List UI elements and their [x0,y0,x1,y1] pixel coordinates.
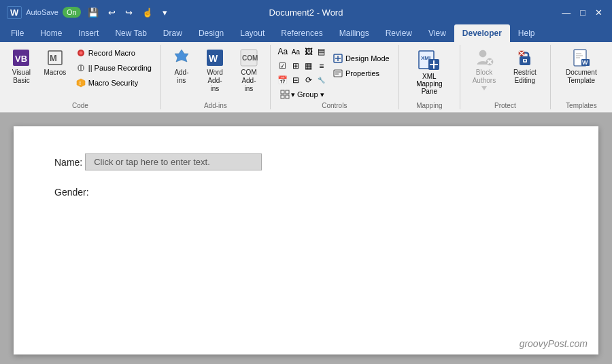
svg-rect-25 [286,95,289,98]
customize-button[interactable]: ▾ [160,7,170,18]
restrict-editing-label: Restrict Editing [510,69,540,85]
group-label: ▾ Group ▾ [291,90,324,99]
svg-text:VB: VB [15,54,27,64]
ctrl-date-btn[interactable]: 📅 [276,73,290,87]
tab-review[interactable]: Review [377,24,420,42]
add-ins-label: Add-ins [174,69,188,85]
svg-text:!: ! [79,80,81,86]
properties-label: Properties [345,69,379,77]
svg-marker-11 [175,50,188,62]
svg-point-5 [79,52,82,55]
ctrl-table-btn[interactable]: ⊞ [289,59,303,73]
document-template-icon: W [572,48,591,67]
document-page: Name: Click or tap here to enter text. G… [14,126,598,354]
ctrl-combo-btn[interactable]: ▦ [302,59,316,73]
group-icon [280,90,290,99]
block-authors-button[interactable]: Block Authors [466,45,503,94]
design-mode-label: Design Mode [345,54,390,62]
tab-design[interactable]: Design [190,24,232,42]
touch-button[interactable]: ☝ [139,7,156,18]
xml-mapping-label: XML Mapping Pane [409,73,449,95]
svg-text:M: M [50,53,57,63]
minimize-button[interactable]: — [559,7,573,18]
document-area: Name: Click or tap here to enter text. G… [0,113,612,364]
code-group-label: Code [5,101,155,109]
tab-insert[interactable]: Insert [70,24,107,42]
document-template-label: Document Template [561,69,602,85]
macros-button[interactable]: M Macros [40,45,70,80]
tab-draw[interactable]: Draw [155,24,190,42]
visual-basic-label: Visual Basic [10,69,33,85]
save-button[interactable]: 💾 [85,7,101,18]
tab-mailings[interactable]: Mailings [331,24,377,42]
controls-content: Aa Aa 🖼 ▤ ☑ ⊞ ▦ ≡ 📅 ⊟ ⟳ 🔧 [276,45,393,101]
word-add-ins-icon: W [205,48,224,67]
xml-mapping-pane-button[interactable]: XML XML Mapping Pane [405,45,454,98]
add-ins-button[interactable]: Add-ins [167,45,197,88]
tab-view[interactable]: View [420,24,454,42]
document-title: Document2 - Word [269,7,343,18]
restrict-editing-button[interactable]: Restrict Editing [505,45,545,88]
name-input-placeholder[interactable]: Click or tap here to enter text. [85,153,262,170]
window-controls: — □ ✕ [559,7,605,18]
svg-text:W: W [209,53,218,64]
properties-button[interactable]: Properties [330,67,393,80]
controls-right-btns: Design Mode Properties [330,52,393,80]
design-mode-button[interactable]: Design Mode [330,52,393,65]
tab-references[interactable]: References [273,24,330,42]
ctrl-check-btn[interactable]: ☑ [276,59,290,73]
word-logo: W [7,6,22,19]
macro-security-button[interactable]: ! Macro Security [73,76,155,90]
com-add-ins-button[interactable]: COM COM Add-ins [233,45,265,96]
tab-help[interactable]: Help [510,24,543,42]
maximize-button[interactable]: □ [577,7,588,18]
tab-new-tab[interactable]: New Tab [107,24,154,42]
visual-basic-icon: VB [12,48,31,67]
tab-home[interactable]: Home [32,24,70,42]
tab-file[interactable]: File [3,24,32,42]
tab-layout[interactable]: Layout [232,24,273,42]
undo-button[interactable]: ↩ [105,7,118,18]
block-authors-dropdown-icon [481,86,487,90]
record-macro-icon [76,48,86,58]
title-bar: W AutoSave On 💾 ↩ ↪ ☝ ▾ Document2 - Word… [0,0,612,24]
svg-rect-19 [334,70,342,77]
autosave-label: AutoSave [26,8,58,16]
ctrl-aa-btn[interactable]: Aa [289,45,303,58]
ctrl-text-btn[interactable]: Aa [276,45,290,58]
autosave-toggle[interactable]: On [63,7,81,18]
visual-basic-button[interactable]: VB Visual Basic [5,45,37,88]
name-label: Name: [54,157,82,168]
word-add-ins-button[interactable]: W Word Add-ins [199,45,231,96]
xml-mapping-icon: XML [418,48,441,71]
ctrl-list-btn[interactable]: ≡ [315,59,328,73]
svg-point-6 [78,65,84,71]
svg-point-38 [524,60,526,62]
ctrl-extra-btn[interactable]: 🔧 [315,73,328,87]
macro-stack: Record Macro || Pause Recording ! Ma [73,45,155,90]
protect-group-content: Block Authors Restrict Editing [466,45,545,101]
ribbon-group-mapping: XML XML Mapping Pane Mapping [399,45,460,109]
record-macro-label: Record Macro [88,49,135,57]
ribbon-tabs: File Home Insert New Tab Draw Design Lay… [0,24,612,42]
close-button[interactable]: ✕ [592,7,605,18]
add-ins-icon [172,48,191,67]
tab-developer[interactable]: Developer [454,24,510,42]
templates-group-content: W Document Template [556,45,607,101]
ctrl-repeat-btn[interactable]: ⟳ [302,73,316,87]
ribbon-group-addins: Add-ins W Word Add-ins COM COM Add-ins A… [161,45,271,109]
ctrl-image-btn[interactable]: 🖼 [302,45,316,58]
ctrl-block-btn[interactable]: ▤ [315,45,328,58]
record-macro-button[interactable]: Record Macro [73,46,155,60]
macro-security-icon: ! [76,78,86,88]
pause-recording-button[interactable]: || Pause Recording [73,61,155,75]
ctrl-legacy-btn[interactable]: ⊟ [289,73,303,87]
document-template-button[interactable]: W Document Template [556,45,607,88]
protect-group-label: Protect [466,101,545,109]
redo-button[interactable]: ↪ [122,7,135,18]
group-button[interactable]: ▾ Group ▾ [276,88,393,101]
addins-group-label: Add-ins [167,101,265,109]
ribbon-group-code: VB Visual Basic M Macros [0,45,161,109]
macro-security-label: Macro Security [88,79,138,87]
properties-icon [333,69,343,78]
